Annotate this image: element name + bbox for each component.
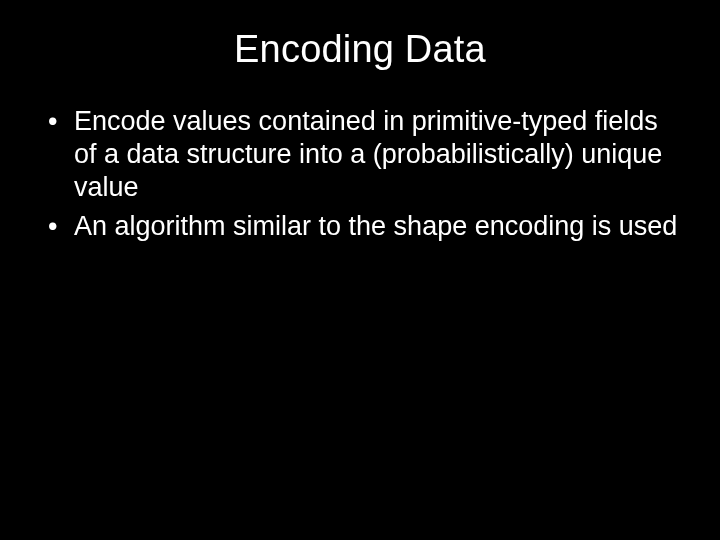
list-item: Encode values contained in primitive-typ… [44,105,684,204]
slide: Encoding Data Encode values contained in… [0,0,720,540]
list-item: An algorithm similar to the shape encodi… [44,210,684,243]
slide-title: Encoding Data [36,28,684,71]
bullet-list: Encode values contained in primitive-typ… [36,105,684,243]
